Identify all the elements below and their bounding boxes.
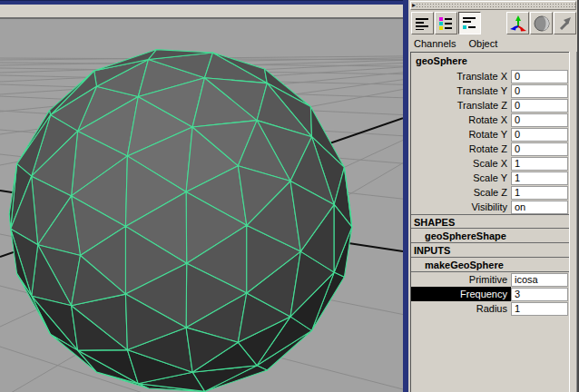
channel-row: Scale Z1 [411,185,569,200]
channel-label[interactable]: Scale Y [411,171,511,185]
channel-layout-active-button[interactable] [458,12,481,34]
shape-node-name[interactable]: geoSphereShape [411,229,569,243]
channel-label[interactable]: Rotate X [411,113,511,127]
menu-object[interactable]: Object [468,37,497,51]
channel-label[interactable]: Translate Z [411,98,511,113]
object-name-header[interactable]: geoSphere [411,53,569,69]
channel-label[interactable]: Translate X [411,69,511,83]
shaded-sphere-button[interactable] [530,12,553,34]
channel-value-field[interactable]: 1 [511,157,568,171]
channel-row: Primitiveicosa [411,272,569,287]
panel-grip[interactable]: ▸ [410,1,576,10]
channel-box-menubar: Channels Object [411,37,570,51]
channel-layout-colored-icon [438,16,454,31]
channel-value-field[interactable]: 0 [511,70,568,83]
shapes-section-header: SHAPES [411,214,569,229]
channel-value-field[interactable]: 0 [511,142,568,156]
move-tool-button[interactable] [506,12,529,34]
channel-label[interactable]: Translate Y [411,83,511,98]
channel-box-toolbar [411,12,577,35]
inputs-section-header: INPUTS [411,243,569,258]
arrow-ne-icon [556,15,574,33]
channel-layout-colored-button[interactable] [435,12,457,34]
channel-row: Translate Z0 [411,98,569,113]
channel-row: Translate X0 [411,69,569,83]
channel-label[interactable]: Scale Z [411,185,511,200]
channel-row: Scale Y1 [411,171,569,185]
channel-row: Translate Y0 [411,83,569,98]
channel-value-field[interactable]: on [511,201,568,214]
channel-label[interactable]: Scale X [411,156,511,171]
channel-label[interactable]: Rotate Y [411,127,511,142]
channel-box: ▸ [408,0,579,392]
channel-layout-lines-button[interactable] [411,12,434,34]
channel-row: Visibilityon [411,200,569,214]
channel-label-selected[interactable]: Frequency [411,287,511,301]
channel-layout-active-icon [462,16,477,31]
channel-layout-lines-icon [415,16,430,31]
channel-row: Scale X1 [411,156,569,171]
channel-label[interactable]: Visibility [411,200,511,214]
channel-value-field[interactable]: 0 [511,99,568,113]
channel-value-field[interactable]: icosa [511,273,568,287]
scrollbar-track[interactable] [569,52,577,392]
input-node-name[interactable]: makeGeoSphere [411,258,569,272]
channel-row: Radius1 [411,301,569,316]
channel-row: Rotate X0 [411,113,569,127]
channel-label[interactable]: Radius [411,301,511,316]
viewport-menubar [0,5,403,19]
channel-row: Rotate Y0 [411,127,569,142]
channel-value-field[interactable]: 0 [511,113,568,127]
channel-label[interactable]: Primitive [411,272,511,287]
shaded-sphere-icon [533,15,551,33]
channel-value-field[interactable]: 1 [511,172,568,185]
viewport-3d[interactable] [0,0,403,392]
channel-value-field[interactable]: 0 [511,84,568,98]
arrow-ne-button[interactable] [554,12,576,34]
toolbar-spacer [482,12,506,35]
channel-value-field[interactable]: 1 [511,186,568,200]
geosphere-render[interactable] [0,0,403,392]
maya-window: ▸ [0,0,579,392]
channel-row-selected: Frequency3 [411,287,569,301]
collapse-arrow-icon: ▸ [411,2,417,9]
channel-value-field[interactable]: 3 [511,288,568,301]
menu-channels[interactable]: Channels [414,37,456,51]
channel-label[interactable]: Rotate Z [411,142,511,156]
channel-list: geoSphere Translate X0 Translate Y0 Tran… [410,52,569,392]
channel-value-field[interactable]: 1 [511,302,568,316]
move-tool-icon [509,15,527,33]
channel-value-field[interactable]: 0 [511,128,568,142]
channel-row: Rotate Z0 [411,142,569,156]
